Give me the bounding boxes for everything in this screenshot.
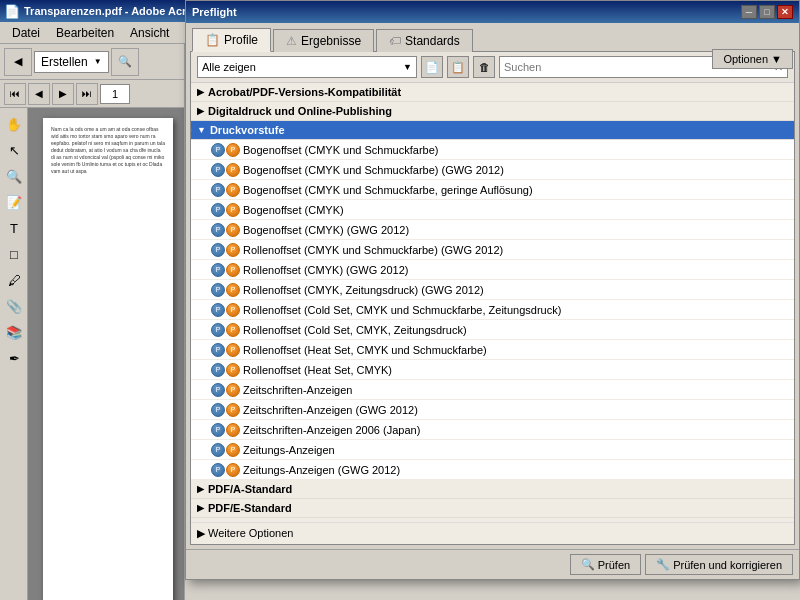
sidebar-hand-icon[interactable]: ✋ bbox=[2, 112, 26, 136]
item-label: Bogenoffset (CMYK und Schmuckfarbe, geri… bbox=[243, 184, 533, 196]
item-label: Rollenoffset (Cold Set, CMYK und Schmuck… bbox=[243, 304, 561, 316]
list-item[interactable]: P P Zeitungs-Anzeigen (GWG 2012) bbox=[191, 460, 794, 480]
copy-profile-button[interactable]: 📋 bbox=[447, 56, 469, 78]
item-icons: P P bbox=[211, 403, 240, 417]
profile-icon-orange: P bbox=[226, 183, 240, 197]
menu-bearbeiten[interactable]: Bearbeiten bbox=[48, 24, 122, 42]
left-panel: ◀ Erstellen ▼ 🔍 ⏮ ◀ ▶ ⏭ ✋ ↖ 🔍 📝 T □ bbox=[0, 44, 185, 600]
dialog-minimize-button[interactable]: ─ bbox=[741, 5, 757, 19]
item-label: Rollenoffset (CMYK, Zeitungsdruck) (GWG … bbox=[243, 284, 484, 296]
item-label: Rollenoffset (CMYK) (GWG 2012) bbox=[243, 264, 408, 276]
item-icons: P P bbox=[211, 203, 240, 217]
profile-icon-blue: P bbox=[211, 323, 225, 337]
menu-ansicht[interactable]: Ansicht bbox=[122, 24, 177, 42]
list-item[interactable]: P P Rollenoffset (Heat Set, CMYK) bbox=[191, 360, 794, 380]
tab-standards[interactable]: 🏷 Standards bbox=[376, 29, 473, 52]
list-item[interactable]: P P Rollenoffset (CMYK, Zeitungsdruck) (… bbox=[191, 280, 794, 300]
new-profile-button[interactable]: 📄 bbox=[421, 56, 443, 78]
sidebar-shape-icon[interactable]: □ bbox=[2, 242, 26, 266]
list-item[interactable]: P P Bogenoffset (CMYK und Schmuckfarbe, … bbox=[191, 180, 794, 200]
delete-profile-button[interactable]: 🗑 bbox=[473, 56, 495, 78]
profile-icon-orange: P bbox=[226, 363, 240, 377]
more-options-button[interactable]: ▶ Weitere Optionen bbox=[191, 522, 794, 544]
sidebar-zoom-icon[interactable]: 🔍 bbox=[2, 164, 26, 188]
filter-dropdown[interactable]: Alle zeigen ▼ bbox=[197, 56, 417, 78]
profile-icon-orange: P bbox=[226, 403, 240, 417]
list-item[interactable]: P P Bogenoffset (CMYK) (GWG 2012) bbox=[191, 220, 794, 240]
list-item[interactable]: P P Zeitungs-Anzeigen bbox=[191, 440, 794, 460]
tab-ergebnisse-icon: ⚠ bbox=[286, 34, 297, 48]
list-item[interactable]: P P Zeitschriften-Anzeigen (GWG 2012) bbox=[191, 400, 794, 420]
sidebar-sign-icon[interactable]: ✒ bbox=[2, 346, 26, 370]
item-label: Bogenoffset (CMYK) bbox=[243, 204, 344, 216]
optionen-button[interactable]: Optionen ▼ bbox=[712, 49, 793, 69]
group-pdf-e[interactable]: ▶ PDF/E-Standard bbox=[191, 499, 794, 518]
profile-icon-orange: P bbox=[226, 463, 240, 477]
list-item[interactable]: P P Rollenoffset (CMYK) (GWG 2012) bbox=[191, 260, 794, 280]
dialog-maximize-button[interactable]: □ bbox=[759, 5, 775, 19]
profile-icon-orange: P bbox=[226, 143, 240, 157]
pruefen-icon: 🔍 bbox=[581, 558, 595, 571]
item-icons: P P bbox=[211, 223, 240, 237]
list-item[interactable]: P P Zeitschriften-Anzeigen 2006 (Japan) bbox=[191, 420, 794, 440]
nav-next-button[interactable]: ▶ bbox=[52, 83, 74, 105]
sidebar-layers-icon[interactable]: 📚 bbox=[2, 320, 26, 344]
list-item[interactable]: P P Zeitschriften-Anzeigen bbox=[191, 380, 794, 400]
filter-label: Alle zeigen bbox=[202, 61, 256, 73]
item-icons: P P bbox=[211, 463, 240, 477]
menu-datei[interactable]: Datei bbox=[4, 24, 48, 42]
list-item[interactable]: P P Rollenoffset (Heat Set, CMYK und Sch… bbox=[191, 340, 794, 360]
group-digital-print[interactable]: ▶ Digitaldruck und Online-Publishing bbox=[191, 102, 794, 121]
back-button[interactable]: ◀ bbox=[4, 48, 32, 76]
sidebar-attach-icon[interactable]: 📎 bbox=[2, 294, 26, 318]
profile-icon-blue: P bbox=[211, 463, 225, 477]
list-item[interactable]: P P Rollenoffset (Cold Set, CMYK und Sch… bbox=[191, 300, 794, 320]
document-page: Nam ca la ods ome a um am at oda conse o… bbox=[43, 118, 173, 600]
item-label: Bogenoffset (CMYK und Schmuckfarbe) (GWG… bbox=[243, 164, 504, 176]
list-item[interactable]: P P Bogenoffset (CMYK und Schmuckfarbe) … bbox=[191, 160, 794, 180]
item-label: Zeitungs-Anzeigen (GWG 2012) bbox=[243, 464, 400, 476]
sidebar-note-icon[interactable]: 📝 bbox=[2, 190, 26, 214]
dialog-close-button[interactable]: ✕ bbox=[777, 5, 793, 19]
pruefen-label: Prüfen bbox=[598, 559, 630, 571]
pruefen-korrigieren-button[interactable]: 🔧 Prüfen und korrigieren bbox=[645, 554, 793, 575]
sidebar-stamp-icon[interactable]: 🖊 bbox=[2, 268, 26, 292]
erstellen-dropdown[interactable]: Erstellen ▼ bbox=[34, 51, 109, 73]
app-title: Transparenzen.pdf - Adobe Acrobat bbox=[24, 5, 210, 17]
title-bar-left: 📄 Transparenzen.pdf - Adobe Acrobat bbox=[4, 4, 210, 19]
pruefen-button[interactable]: 🔍 Prüfen bbox=[570, 554, 641, 575]
list-item[interactable]: P P Rollenoffset (Cold Set, CMYK, Zeitun… bbox=[191, 320, 794, 340]
item-icons: P P bbox=[211, 363, 240, 377]
group-acrobat-compat[interactable]: ▶ Acrobat/PDF-Versions-Kompatibilität bbox=[191, 83, 794, 102]
nav-prev-button[interactable]: ◀ bbox=[28, 83, 50, 105]
tab-ergebnisse[interactable]: ⚠ Ergebnisse bbox=[273, 29, 374, 52]
profile-icon-blue: P bbox=[211, 383, 225, 397]
profile-icon-blue: P bbox=[211, 283, 225, 297]
profile-icon-orange: P bbox=[226, 283, 240, 297]
item-icons: P P bbox=[211, 423, 240, 437]
nav-first-button[interactable]: ⏮ bbox=[4, 83, 26, 105]
profile-icon-blue: P bbox=[211, 303, 225, 317]
document-area: Nam ca la ods ome a um am at oda conse o… bbox=[28, 108, 184, 600]
profile-icon-blue: P bbox=[211, 203, 225, 217]
sidebar-select-icon[interactable]: ↖ bbox=[2, 138, 26, 162]
group-pdf-a[interactable]: ▶ PDF/A-Standard bbox=[191, 480, 794, 499]
group-druckvorstufe[interactable]: ○ ▼ Druckvorstufe bbox=[191, 121, 794, 140]
search-button[interactable]: 🔍 bbox=[111, 48, 139, 76]
more-options-label: ▶ Weitere Optionen bbox=[197, 527, 293, 540]
item-icons: P P bbox=[211, 263, 240, 277]
profile-icon-orange: P bbox=[226, 323, 240, 337]
dialog-footer: 🔍 Prüfen 🔧 Prüfen und korrigieren bbox=[186, 549, 799, 579]
item-label: Rollenoffset (Cold Set, CMYK, Zeitungsdr… bbox=[243, 324, 467, 336]
list-item[interactable]: P P Rollenoffset (CMYK und Schmuckfarbe)… bbox=[191, 240, 794, 260]
group-digital-arrow-icon: ▶ bbox=[197, 106, 204, 116]
sidebar-highlight-icon[interactable]: T bbox=[2, 216, 26, 240]
list-item[interactable]: P P Bogenoffset (CMYK und Schmuckfarbe) bbox=[191, 140, 794, 160]
tab-profile[interactable]: 📋 Profile bbox=[192, 28, 271, 52]
nav-last-button[interactable]: ⏭ bbox=[76, 83, 98, 105]
page-input[interactable] bbox=[100, 84, 130, 104]
profile-icon-orange: P bbox=[226, 203, 240, 217]
dialog-title-text: Preflight bbox=[192, 6, 237, 18]
list-item[interactable]: P P Bogenoffset (CMYK) bbox=[191, 200, 794, 220]
item-label: Bogenoffset (CMYK und Schmuckfarbe) bbox=[243, 144, 438, 156]
